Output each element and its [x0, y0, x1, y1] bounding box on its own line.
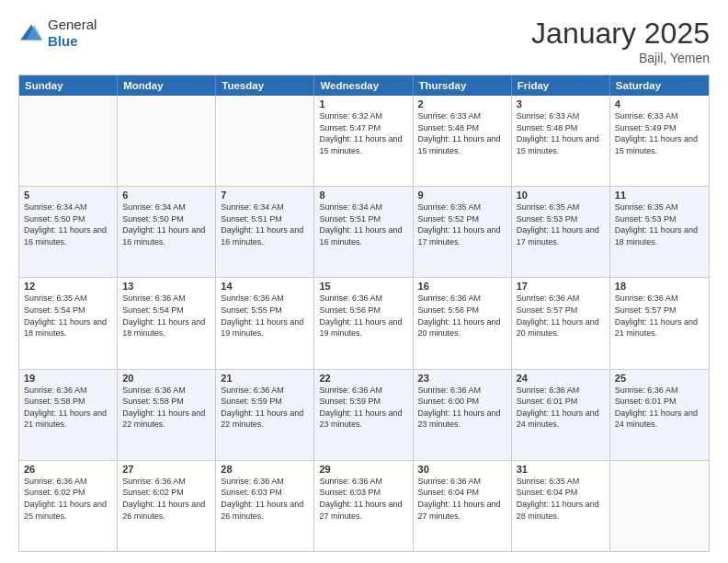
day-number: 21: [221, 373, 309, 384]
calendar-cell: 23Sunrise: 6:36 AM Sunset: 6:00 PM Dayli…: [414, 370, 512, 460]
day-info: Sunrise: 6:35 AM Sunset: 5:54 PM Dayligh…: [24, 293, 112, 339]
calendar-row: 12Sunrise: 6:35 AM Sunset: 5:54 PM Dayli…: [19, 278, 709, 369]
day-number: 10: [517, 190, 605, 201]
day-info: Sunrise: 6:36 AM Sunset: 5:54 PM Dayligh…: [122, 293, 210, 339]
calendar-row: 26Sunrise: 6:36 AM Sunset: 6:02 PM Dayli…: [19, 461, 709, 551]
day-number: 11: [615, 190, 704, 201]
day-info: Sunrise: 6:36 AM Sunset: 6:01 PM Dayligh…: [517, 385, 605, 431]
header: General Blue January 2025 Bajil, Yemen: [18, 17, 710, 65]
day-info: Sunrise: 6:35 AM Sunset: 5:53 PM Dayligh…: [615, 201, 704, 247]
calendar-cell: 9Sunrise: 6:35 AM Sunset: 5:52 PM Daylig…: [414, 187, 512, 277]
day-number: 7: [221, 190, 309, 201]
day-info: Sunrise: 6:36 AM Sunset: 5:57 PM Dayligh…: [615, 293, 704, 339]
day-number: 18: [615, 281, 704, 292]
day-info: Sunrise: 6:33 AM Sunset: 5:48 PM Dayligh…: [517, 110, 605, 156]
calendar-row: 19Sunrise: 6:36 AM Sunset: 5:58 PM Dayli…: [19, 370, 709, 461]
day-number: 4: [615, 98, 704, 109]
calendar-cell: 7Sunrise: 6:34 AM Sunset: 5:51 PM Daylig…: [216, 187, 314, 277]
day-number: 9: [418, 190, 506, 201]
day-info: Sunrise: 6:36 AM Sunset: 5:58 PM Dayligh…: [122, 385, 210, 431]
calendar-cell: 20Sunrise: 6:36 AM Sunset: 5:58 PM Dayli…: [118, 370, 216, 460]
calendar-cell: 12Sunrise: 6:35 AM Sunset: 5:54 PM Dayli…: [19, 278, 118, 368]
day-info: Sunrise: 6:36 AM Sunset: 6:04 PM Dayligh…: [418, 476, 506, 522]
day-info: Sunrise: 6:34 AM Sunset: 5:51 PM Dayligh…: [221, 201, 309, 247]
day-number: 30: [418, 464, 506, 475]
logo: General Blue: [18, 17, 97, 50]
calendar-cell: 31Sunrise: 6:35 AM Sunset: 6:04 PM Dayli…: [512, 461, 610, 551]
day-info: Sunrise: 6:34 AM Sunset: 5:51 PM Dayligh…: [319, 201, 407, 247]
calendar-cell: 6Sunrise: 6:34 AM Sunset: 5:50 PM Daylig…: [118, 187, 216, 277]
calendar-cell: 2Sunrise: 6:33 AM Sunset: 5:48 PM Daylig…: [414, 96, 512, 186]
calendar-cell: 11Sunrise: 6:35 AM Sunset: 5:53 PM Dayli…: [610, 187, 709, 277]
day-info: Sunrise: 6:36 AM Sunset: 5:55 PM Dayligh…: [221, 293, 309, 339]
calendar-cell: 26Sunrise: 6:36 AM Sunset: 6:02 PM Dayli…: [19, 461, 118, 551]
calendar-cell: 30Sunrise: 6:36 AM Sunset: 6:04 PM Dayli…: [414, 461, 512, 551]
day-info: Sunrise: 6:36 AM Sunset: 6:03 PM Dayligh…: [319, 476, 407, 522]
calendar-cell: 28Sunrise: 6:36 AM Sunset: 6:03 PM Dayli…: [216, 461, 314, 551]
day-number: 1: [319, 98, 407, 109]
logo-icon: [18, 23, 44, 43]
logo-blue: Blue: [48, 33, 78, 49]
calendar-cell: 25Sunrise: 6:36 AM Sunset: 6:01 PM Dayli…: [610, 370, 709, 460]
calendar-header: SundayMondayTuesdayWednesdayThursdayFrid…: [19, 75, 709, 96]
calendar-cell: 19Sunrise: 6:36 AM Sunset: 5:58 PM Dayli…: [19, 370, 118, 460]
day-info: Sunrise: 6:36 AM Sunset: 5:58 PM Dayligh…: [24, 385, 112, 431]
calendar-cell: 22Sunrise: 6:36 AM Sunset: 5:59 PM Dayli…: [314, 370, 413, 460]
day-number: 6: [122, 190, 210, 201]
day-number: 20: [122, 373, 210, 384]
calendar-cell: 18Sunrise: 6:36 AM Sunset: 5:57 PM Dayli…: [610, 278, 709, 368]
title-month: January 2025: [531, 17, 710, 51]
calendar-header-day: Sunday: [19, 75, 118, 96]
calendar-cell: 5Sunrise: 6:34 AM Sunset: 5:50 PM Daylig…: [19, 187, 118, 277]
day-info: Sunrise: 6:36 AM Sunset: 6:02 PM Dayligh…: [24, 476, 112, 522]
calendar-cell: 13Sunrise: 6:36 AM Sunset: 5:54 PM Dayli…: [118, 278, 216, 368]
calendar-cell: [216, 96, 314, 186]
calendar-cell: 21Sunrise: 6:36 AM Sunset: 5:59 PM Dayli…: [216, 370, 314, 460]
day-number: 24: [517, 373, 605, 384]
day-number: 8: [319, 190, 407, 201]
calendar-cell: 27Sunrise: 6:36 AM Sunset: 6:02 PM Dayli…: [118, 461, 216, 551]
calendar-row: 5Sunrise: 6:34 AM Sunset: 5:50 PM Daylig…: [19, 187, 709, 278]
calendar-cell: 1Sunrise: 6:32 AM Sunset: 5:47 PM Daylig…: [314, 96, 413, 186]
page: General Blue January 2025 Bajil, Yemen S…: [0, 0, 728, 563]
calendar-cell: [19, 96, 118, 186]
calendar-cell: [118, 96, 216, 186]
calendar-cell: 24Sunrise: 6:36 AM Sunset: 6:01 PM Dayli…: [512, 370, 610, 460]
day-info: Sunrise: 6:36 AM Sunset: 5:59 PM Dayligh…: [221, 385, 309, 431]
calendar-cell: 14Sunrise: 6:36 AM Sunset: 5:55 PM Dayli…: [216, 278, 314, 368]
day-number: 16: [418, 281, 506, 292]
calendar-header-day: Tuesday: [216, 75, 314, 96]
day-number: 2: [418, 98, 506, 109]
calendar-cell: 16Sunrise: 6:36 AM Sunset: 5:56 PM Dayli…: [414, 278, 512, 368]
day-number: 13: [122, 281, 210, 292]
day-info: Sunrise: 6:36 AM Sunset: 5:56 PM Dayligh…: [418, 293, 506, 339]
day-info: Sunrise: 6:36 AM Sunset: 5:59 PM Dayligh…: [319, 385, 407, 431]
calendar-header-day: Monday: [118, 75, 216, 96]
calendar-cell: [610, 461, 709, 551]
day-number: 22: [319, 373, 407, 384]
title-block: January 2025 Bajil, Yemen: [531, 17, 710, 65]
day-info: Sunrise: 6:35 AM Sunset: 5:53 PM Dayligh…: [517, 201, 605, 247]
day-number: 23: [418, 373, 506, 384]
day-number: 31: [517, 464, 605, 475]
day-info: Sunrise: 6:35 AM Sunset: 5:52 PM Dayligh…: [418, 201, 506, 247]
day-info: Sunrise: 6:33 AM Sunset: 5:48 PM Dayligh…: [418, 110, 506, 156]
day-number: 26: [24, 464, 112, 475]
calendar-header-day: Thursday: [414, 75, 512, 96]
calendar-cell: 10Sunrise: 6:35 AM Sunset: 5:53 PM Dayli…: [512, 187, 610, 277]
logo-text: General Blue: [48, 17, 97, 50]
day-number: 17: [517, 281, 605, 292]
calendar-cell: 29Sunrise: 6:36 AM Sunset: 6:03 PM Dayli…: [314, 461, 413, 551]
logo-general: General: [48, 17, 97, 32]
calendar-header-day: Saturday: [610, 75, 709, 96]
day-number: 28: [221, 464, 309, 475]
calendar-header-day: Friday: [512, 75, 610, 96]
day-info: Sunrise: 6:36 AM Sunset: 6:03 PM Dayligh…: [221, 476, 309, 522]
day-number: 29: [319, 464, 407, 475]
day-number: 12: [24, 281, 112, 292]
calendar-row: 1Sunrise: 6:32 AM Sunset: 5:47 PM Daylig…: [19, 96, 709, 187]
day-info: Sunrise: 6:34 AM Sunset: 5:50 PM Dayligh…: [122, 201, 210, 247]
title-location: Bajil, Yemen: [531, 51, 710, 65]
calendar-body: 1Sunrise: 6:32 AM Sunset: 5:47 PM Daylig…: [19, 96, 709, 551]
day-info: Sunrise: 6:36 AM Sunset: 5:56 PM Dayligh…: [319, 293, 407, 339]
